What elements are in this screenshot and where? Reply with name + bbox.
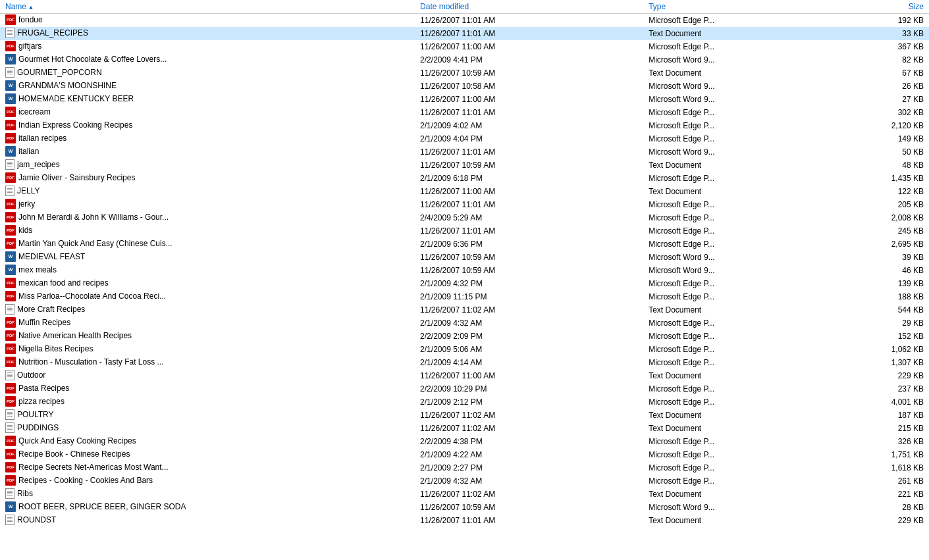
file-name: italian recipes [18,134,66,143]
table-row[interactable]: PDFJamie Oliver - Sainsbury Recipes2/1/2… [0,172,929,185]
column-header-size[interactable]: Size [829,0,929,14]
file-name: Indian Express Cooking Recipes [18,120,132,130]
table-row[interactable]: PDFQuick And Easy Cooking Recipes2/2/200… [0,435,929,448]
file-size: 367 KB [829,40,929,53]
file-type: Microsoft Edge P... [643,172,829,185]
file-size: 229 KB [829,369,929,382]
file-name: Ribs [17,489,33,498]
word-icon: W [5,265,16,275]
word-icon: W [5,146,16,157]
file-size: 46 KB [829,264,929,277]
file-type: Microsoft Edge P... [643,317,829,330]
table-row[interactable]: PDFJohn M Berardi & John K Williams - Go… [0,211,929,224]
file-name: mex meals [18,265,57,274]
file-size: 29 KB [829,317,929,330]
pdf-icon: PDF [5,133,16,143]
table-row[interactable]: PDFicecream11/26/2007 11:01 AMMicrosoft … [0,106,929,119]
table-row[interactable]: WHOMEMADE KENTUCKY BEER11/26/2007 11:00 … [0,93,929,106]
file-date: 11/26/2007 11:02 AM [415,488,643,501]
pdf-icon: PDF [5,225,16,236]
table-row[interactable]: WGRANDMA'S MOONSHINE11/26/2007 10:58 AMM… [0,80,929,93]
table-row[interactable]: PDFRecipe Secrets Net-Americas Most Want… [0,461,929,474]
pdf-icon: PDF [5,278,16,288]
table-row[interactable]: WGourmet Hot Chocolate & Coffee Lovers..… [0,53,929,66]
file-list: Name Date modified Type Size PDFfondue11… [0,0,929,527]
file-size: 149 KB [829,132,929,145]
table-row[interactable]: Outdoor11/26/2007 11:00 AMText Document2… [0,369,929,382]
file-size: 187 KB [829,409,929,422]
file-name: ROUNDST [17,515,56,524]
table-row[interactable]: PDFgiftjars11/26/2007 11:00 AMMicrosoft … [0,40,929,53]
table-row[interactable]: FRUGAL_RECIPES11/26/2007 11:01 AMText Do… [0,27,929,40]
table-row[interactable]: PDFitalian recipes2/1/2009 4:04 PMMicros… [0,132,929,145]
file-date: 2/1/2009 5:06 AM [415,343,643,356]
table-row[interactable]: More Craft Recipes11/26/2007 11:02 AMTex… [0,303,929,317]
txt-icon [5,67,14,78]
file-size: 4,001 KB [829,395,929,409]
pdf-icon: PDF [5,120,16,130]
table-row[interactable]: WROOT BEER, SPRUCE BEER, GINGER SODA11/2… [0,501,929,514]
file-name: MEDIEVAL FEAST [18,252,85,261]
column-header-name[interactable]: Name [0,0,415,14]
table-row[interactable]: Ribs11/26/2007 11:02 AMText Document221 … [0,488,929,501]
table-row[interactable]: PDFfondue11/26/2007 11:01 AMMicrosoft Ed… [0,14,929,27]
file-size: 2,695 KB [829,238,929,251]
table-row[interactable]: jam_recipes11/26/2007 10:59 AMText Docum… [0,159,929,172]
table-row[interactable]: WMEDIEVAL FEAST11/26/2007 10:59 AMMicros… [0,251,929,264]
file-type: Microsoft Word 9... [643,53,829,66]
file-date: 2/1/2009 6:36 PM [415,238,643,251]
file-size: 26 KB [829,80,929,93]
table-row[interactable]: PDFmexican food and recipes2/1/2009 4:32… [0,277,929,290]
table-row[interactable]: GOURMET_POPCORN11/26/2007 10:59 AMText D… [0,66,929,80]
file-date: 2/1/2009 4:32 AM [415,317,643,330]
file-name: Recipe Secrets Net-Americas Most Want... [18,463,169,472]
file-type: Text Document [643,185,829,198]
file-name: Gourmet Hot Chocolate & Coffee Lovers... [18,55,167,64]
file-name: icecream [18,107,51,116]
table-row[interactable]: Witalian11/26/2007 11:01 AMMicrosoft Wor… [0,145,929,159]
txt-icon [5,304,14,315]
file-name: FRUGAL_RECIPES [17,28,88,38]
pdf-icon: PDF [5,317,16,328]
file-size: 33 KB [829,27,929,40]
file-date: 11/26/2007 11:02 AM [415,409,643,422]
file-size: 221 KB [829,488,929,501]
column-header-type[interactable]: Type [643,0,829,14]
table-row[interactable]: PDFMuffin Recipes2/1/2009 4:32 AMMicroso… [0,317,929,330]
txt-icon [5,370,14,380]
file-size: 229 KB [829,514,929,527]
file-name: fondue [18,15,43,24]
table-row[interactable]: PDFNutrition - Musculation - Tasty Fat L… [0,356,929,369]
column-header-date[interactable]: Date modified [415,0,643,14]
table-row[interactable]: PDFNigella Bites Recipes2/1/2009 5:06 AM… [0,343,929,356]
table-row[interactable]: PDFPasta Recipes2/2/2009 10:29 PMMicroso… [0,382,929,395]
file-type: Microsoft Word 9... [643,145,829,159]
table-row[interactable]: PDFpizza recipes2/1/2009 2:12 PMMicrosof… [0,395,929,409]
file-type: Text Document [643,422,829,435]
file-type: Microsoft Word 9... [643,93,829,106]
table-row[interactable]: PDFjerky11/26/2007 11:01 AMMicrosoft Edg… [0,198,929,211]
table-row[interactable]: PDFIndian Express Cooking Recipes2/1/200… [0,119,929,132]
file-name: Pasta Recipes [18,384,69,393]
txt-icon [5,515,14,525]
table-row[interactable]: Wmex meals11/26/2007 10:59 AMMicrosoft W… [0,264,929,277]
table-row[interactable]: ROUNDST11/26/2007 11:01 AMText Document2… [0,514,929,527]
file-type: Microsoft Edge P... [643,395,829,409]
file-type: Text Document [643,369,829,382]
file-name: HOMEMADE KENTUCKY BEER [18,94,134,103]
table-row[interactable]: PDFNative American Health Recipes2/2/200… [0,330,929,343]
file-name: More Craft Recipes [17,305,85,314]
table-row[interactable]: PDFMartin Yan Quick And Easy (Chinese Cu… [0,238,929,251]
file-type: Microsoft Edge P... [643,106,829,119]
table-row[interactable]: PDFRecipes - Cooking - Cookies And Bars2… [0,474,929,488]
table-row[interactable]: PDFRecipe Book - Chinese Recipes2/1/2009… [0,448,929,461]
table-row[interactable]: PUDDINGS11/26/2007 11:02 AMText Document… [0,422,929,435]
table-row[interactable]: POULTRY11/26/2007 11:02 AMText Document1… [0,409,929,422]
table-row[interactable]: JELLY11/26/2007 11:00 AMText Document122… [0,185,929,198]
table-row[interactable]: PDFkids11/26/2007 11:01 AMMicrosoft Edge… [0,224,929,238]
word-icon: W [5,93,16,104]
file-name: PUDDINGS [17,423,59,432]
table-row[interactable]: PDFMiss Parloa--Chocolate And Cocoa Reci… [0,290,929,303]
file-size: 39 KB [829,251,929,264]
file-date: 11/26/2007 11:00 AM [415,185,643,198]
